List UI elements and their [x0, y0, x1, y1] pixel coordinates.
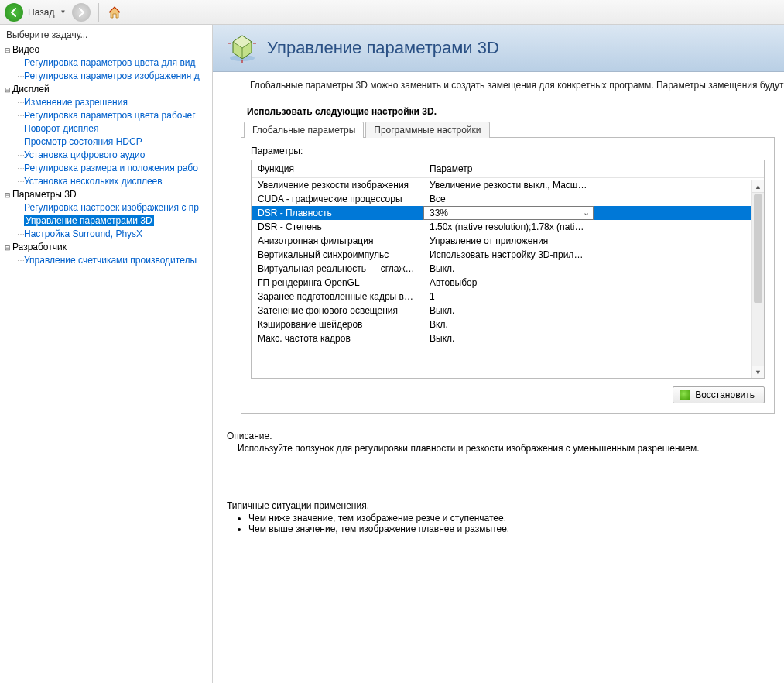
cell-value: Вкл.: [423, 317, 594, 331]
table-row[interactable]: Анизотропная фильтрацияУправление от при…: [252, 234, 764, 248]
header-3d-icon: [227, 33, 258, 63]
usage-block: Типичные ситуации применения. Чем ниже з…: [227, 500, 784, 534]
page-title: Управление параметрами 3D: [267, 38, 499, 58]
tree-link[interactable]: Изменение разрешения: [24, 97, 128, 108]
table-row[interactable]: Виртуальная реальность — сглаживан...Вык…: [252, 262, 764, 276]
tree-link[interactable]: Регулировка настроек изображения с пр: [24, 202, 199, 213]
scroll-up-icon[interactable]: ▲: [752, 180, 764, 193]
tree-link[interactable]: Регулировка параметров цвета рабочег: [24, 110, 196, 121]
cell-function: Заранее подготовленные кадры вирту...: [252, 290, 423, 304]
cell-function: ГП рендеринга OpenGL: [252, 276, 423, 290]
tree-branch-icon: ⋯: [17, 138, 24, 146]
settings-groupbox: Использовать следующие настройки 3D. Гло…: [241, 103, 775, 414]
params-label: Параметры:: [251, 146, 765, 156]
table-row[interactable]: Затенение фонового освещенияВыкл.: [252, 304, 764, 317]
tree-link[interactable]: Просмотр состояния HDCP: [24, 136, 142, 147]
forward-button[interactable]: [72, 3, 91, 22]
cell-function: CUDA - графические процессоры: [252, 192, 423, 206]
nav-tree: ⊟Видео⋯Регулировка параметров цвета для …: [0, 43, 212, 267]
cell-value: Автовыбор: [423, 276, 594, 290]
tree-branch-icon: ⋯: [17, 217, 24, 225]
table-row[interactable]: DSR - Степень1.50x (native resolution);1…: [252, 220, 764, 234]
params-table: Функция Параметр Увеличение резкости изо…: [251, 160, 765, 379]
table-row[interactable]: Заранее подготовленные кадры вирту...1: [252, 290, 764, 304]
description-title: Описание.: [227, 431, 769, 441]
cell-value: Управление от приложения: [423, 234, 594, 248]
content-area: Управление параметрами 3D Глобальные пар…: [213, 25, 784, 683]
table-row[interactable]: Увеличение резкости изображенияУвеличени…: [252, 178, 764, 192]
cell-function: DSR - Степень: [252, 220, 423, 234]
table-row[interactable]: Кэширование шейдеровВкл.: [252, 317, 764, 331]
params-header: Функция Параметр: [252, 160, 764, 178]
column-value[interactable]: Параметр: [423, 160, 594, 177]
cell-function: Кэширование шейдеров: [252, 317, 423, 331]
cell-function: DSR - Плавность: [252, 206, 423, 220]
usage-item: Чем выше значение, тем изображение плавн…: [248, 523, 784, 534]
tree-branch-icon: ⋯: [17, 112, 24, 120]
tree-category[interactable]: Видео: [12, 44, 39, 55]
tree-link[interactable]: Настройка Surround, PhysX: [24, 228, 142, 239]
tabs: Глобальные параметры Программные настрой…: [241, 122, 775, 138]
intro-text: Глобальные параметры 3D можно заменить и…: [250, 80, 784, 91]
tree-link[interactable]: Регулировка размера и положения рабо: [24, 163, 198, 173]
tab-program[interactable]: Программные настройки: [365, 122, 489, 138]
back-label: Назад: [28, 7, 54, 18]
usage-title: Типичные ситуации применения.: [227, 500, 784, 511]
restore-button[interactable]: Восстановить: [673, 386, 765, 403]
table-row[interactable]: Вертикальный синхроимпульсИспользовать н…: [252, 248, 764, 262]
cell-function: Вертикальный синхроимпульс: [252, 248, 423, 262]
cell-value: Выкл.: [423, 331, 594, 345]
tree-branch-icon: ⋯: [17, 256, 24, 265]
tab-panel: Параметры: Функция Параметр Увеличение р…: [241, 137, 775, 414]
tree-branch-icon: ⋯: [17, 230, 24, 239]
scrollbar[interactable]: ▲ ▼: [751, 180, 764, 378]
tree-branch-icon: ⋯: [17, 164, 24, 173]
tree-toggle-icon[interactable]: ⊟: [3, 242, 12, 254]
cell-value: Все: [423, 192, 594, 206]
column-function[interactable]: Функция: [252, 160, 423, 177]
cell-value: Выкл.: [423, 304, 594, 317]
cell-value: Увеличение резкости выкл., Масштаби...: [423, 178, 594, 192]
tree-toggle-icon[interactable]: ⊟: [3, 84, 12, 96]
tree-category[interactable]: Разработчик: [12, 242, 67, 252]
tree-category[interactable]: Параметры 3D: [12, 189, 77, 200]
home-button[interactable]: [107, 5, 122, 19]
table-row[interactable]: CUDA - графические процессорыВсе: [252, 192, 764, 206]
scroll-down-icon[interactable]: ▼: [752, 366, 764, 378]
tree-toggle-icon[interactable]: ⊟: [3, 44, 12, 57]
tree-branch-icon: ⋯: [17, 98, 24, 107]
cell-function: Макс. частота кадров: [252, 331, 423, 345]
tree-toggle-icon[interactable]: ⊟: [3, 189, 12, 201]
tree-link[interactable]: Регулировка параметров изображения д: [24, 70, 200, 81]
tree-branch-icon: ⋯: [17, 125, 24, 133]
back-button[interactable]: [5, 3, 23, 22]
table-row[interactable]: ГП рендеринга OpenGLАвтовыбор: [252, 276, 764, 290]
cell-value: Использовать настройку 3D-приложения: [423, 248, 594, 262]
tree-link[interactable]: Регулировка параметров цвета для вид: [24, 57, 195, 68]
sidebar-title: Выберите задачу...: [0, 25, 212, 43]
description-text: Используйте ползунок для регулировки пла…: [227, 443, 769, 454]
cell-function: Затенение фонового освещения: [252, 304, 423, 317]
back-dropdown-icon[interactable]: ▼: [60, 9, 66, 15]
cell-value: 1.50x (native resolution);1.78x (native …: [423, 220, 594, 234]
description-block: Описание. Используйте ползунок для регул…: [227, 431, 769, 454]
tree-category[interactable]: Дисплей: [12, 84, 50, 94]
groupbox-title: Использовать следующие настройки 3D.: [241, 103, 775, 122]
tree-link[interactable]: Установка нескольких дисплеев: [24, 176, 163, 187]
tree-branch-icon: ⋯: [17, 59, 24, 67]
page-header: Управление параметрами 3D: [213, 25, 784, 72]
tree-link[interactable]: Управление параметрами 3D: [24, 215, 154, 226]
tree-link[interactable]: Поворот дисплея: [24, 123, 99, 134]
tree-link[interactable]: Управление счетчиками производителы: [24, 255, 197, 266]
scroll-thumb[interactable]: [754, 194, 762, 303]
tree-link[interactable]: Установка цифрового аудио: [24, 149, 145, 160]
toolbar-separator: [98, 3, 99, 22]
cell-value: Выкл.: [423, 262, 594, 276]
tab-global[interactable]: Глобальные параметры: [244, 122, 364, 138]
table-row[interactable]: DSR - Плавность33%: [252, 206, 764, 220]
cell-value-dropdown[interactable]: 33%: [423, 206, 594, 220]
table-row[interactable]: Макс. частота кадровВыкл.: [252, 331, 764, 345]
tree-branch-icon: ⋯: [17, 151, 24, 160]
usage-item: Чем ниже значение, тем изображение резче…: [248, 513, 784, 523]
restore-label: Восстановить: [695, 390, 755, 400]
